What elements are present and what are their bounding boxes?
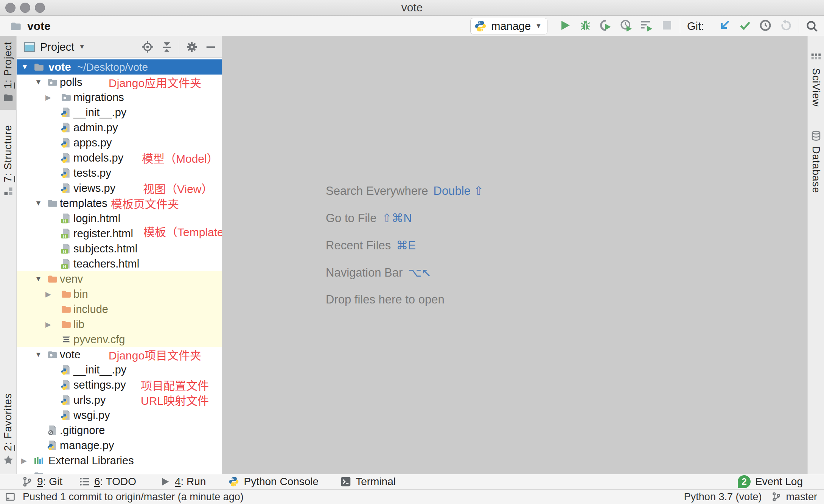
tree-row-tests.py[interactable]: tests.py bbox=[17, 165, 222, 180]
tree-row-urls.py[interactable]: urls.pyURL映射文件 bbox=[17, 392, 222, 408]
tree-row-lib[interactable]: ▶lib bbox=[17, 317, 222, 332]
breadcrumb[interactable]: vote bbox=[10, 20, 51, 33]
toolwindow-button-run[interactable]: 4: Run bbox=[160, 476, 206, 488]
collapse-arrow-icon[interactable]: ▼ bbox=[21, 63, 28, 71]
tree-row-templates[interactable]: ▼templates模板页文件夹 bbox=[17, 196, 222, 211]
locate-icon[interactable] bbox=[141, 40, 154, 53]
tree-row-vote[interactable]: ▼vote~/Desktop/vote bbox=[17, 59, 222, 75]
run-configuration-name: manage bbox=[491, 20, 531, 33]
collapse-arrow-icon[interactable]: ▼ bbox=[35, 78, 42, 86]
project-view-selector[interactable]: Project ▼ bbox=[23, 41, 85, 53]
run-configuration-select[interactable]: manage ▼ bbox=[470, 18, 547, 34]
hide-icon[interactable] bbox=[204, 40, 217, 53]
project-panel-title: Project bbox=[40, 41, 74, 53]
editor-empty-area[interactable]: Search EverywhereDouble ⇧Go to File⇧⌘NRe… bbox=[222, 36, 807, 474]
annotation-text: 模板（Template） bbox=[143, 223, 222, 240]
tree-item-label: login.html bbox=[73, 212, 120, 225]
tree-row-bin[interactable]: ▶bin bbox=[17, 286, 222, 302]
tree-row-subjects.html[interactable]: Hsubjects.html bbox=[17, 241, 222, 256]
tool-stripe-tab-sciview[interactable]: SciView bbox=[808, 47, 824, 112]
project-view-icon bbox=[23, 41, 36, 53]
svg-text:H: H bbox=[63, 234, 66, 238]
chevron-down-icon: ▼ bbox=[535, 22, 542, 30]
tree-row-venv[interactable]: ▼venv bbox=[17, 271, 222, 286]
debug-icon[interactable] bbox=[579, 19, 591, 31]
tool-stripe-tab-project[interactable]: 1: Project bbox=[0, 36, 16, 110]
expand-arrow-icon[interactable]: ▶ bbox=[45, 93, 51, 102]
profiler-icon[interactable] bbox=[620, 19, 632, 31]
event-log-button[interactable]: 2Event Log bbox=[738, 475, 803, 488]
expand-arrow-icon[interactable]: ▶ bbox=[21, 456, 27, 465]
shortcut-keys: ⇧⌘N bbox=[382, 212, 412, 225]
toolwindow-button-terminal[interactable]: Terminal bbox=[340, 476, 396, 488]
tree-row-apps.py[interactable]: apps.py bbox=[17, 135, 222, 150]
toolwindow-toggle-icon[interactable] bbox=[5, 492, 15, 502]
collapse-arrow-icon[interactable]: ▼ bbox=[35, 199, 42, 207]
search-everywhere-icon[interactable] bbox=[806, 20, 818, 32]
chevron-down-icon: ▼ bbox=[79, 43, 85, 51]
annotation-text: Django应用文件夹 bbox=[109, 74, 201, 90]
tree-item-label: bin bbox=[73, 288, 88, 300]
tree-item-label: vote~/Desktop/vote bbox=[48, 61, 148, 73]
tree-row-pyvenv.cfg[interactable]: pyvenv.cfg bbox=[17, 332, 222, 347]
python-icon bbox=[61, 394, 72, 406]
tree-row-__init__.py[interactable]: __init__.py bbox=[17, 362, 222, 377]
tree-row-admin.py[interactable]: admin.py bbox=[17, 120, 222, 135]
tree-item-label: urls.py bbox=[73, 394, 106, 406]
shortcut-action: Navigation Bar bbox=[326, 266, 403, 279]
commit-icon[interactable] bbox=[739, 19, 751, 31]
run-icon[interactable] bbox=[559, 19, 571, 31]
stop-icon[interactable] bbox=[661, 19, 673, 31]
history-icon[interactable] bbox=[759, 19, 771, 31]
tree-row-polls[interactable]: ▼pollsDjango应用文件夹 bbox=[17, 75, 222, 90]
tree-row-wsgi.py[interactable]: wsgi.py bbox=[17, 408, 222, 423]
shortcut-keys: ⌥↖ bbox=[408, 266, 431, 279]
run-configurations-icon[interactable] bbox=[641, 19, 653, 31]
annotation-text: 模板页文件夹 bbox=[111, 195, 179, 212]
collapse-all-icon[interactable] bbox=[160, 40, 173, 53]
tree-row-migrations[interactable]: ▶migrations bbox=[17, 90, 222, 105]
tree-row-register.html[interactable]: Hregister.html模板（Template） bbox=[17, 226, 222, 241]
tree-row-vote[interactable]: ▼voteDjango项目文件夹 bbox=[17, 347, 222, 362]
tree-row-models.py[interactable]: models.py模型（Model） bbox=[17, 150, 222, 165]
toolwindow-button-todo[interactable]: 6: TODO bbox=[79, 476, 136, 488]
database-icon bbox=[811, 131, 821, 143]
git-actions bbox=[710, 19, 792, 33]
update-project-icon[interactable] bbox=[718, 19, 731, 31]
tree-row-.gitignore[interactable]: .gitignore bbox=[17, 423, 222, 438]
tree-row-manage.py[interactable]: manage.py bbox=[17, 438, 222, 453]
tool-stripe-tab-favorites[interactable]: 2: Favorites bbox=[0, 388, 16, 472]
tree-row-__init__.py[interactable]: __init__.py bbox=[17, 105, 222, 120]
tree-row-include[interactable]: include bbox=[17, 302, 222, 317]
shortcut-hint: Recent Files⌘E bbox=[326, 238, 484, 266]
structure-icon bbox=[3, 186, 14, 198]
tool-stripe-tab-database[interactable]: Database bbox=[808, 125, 824, 199]
tree-row-settings.py[interactable]: settings.py项目配置文件 bbox=[17, 377, 222, 392]
stripe-tab-label: Database bbox=[810, 146, 822, 193]
toolwindow-button-pythonconsole[interactable]: Python Console bbox=[229, 476, 319, 488]
revert-icon[interactable] bbox=[780, 19, 792, 31]
settings-gear-icon[interactable] bbox=[185, 40, 198, 53]
tool-stripe-tab-structure[interactable]: 7: Structure bbox=[0, 120, 16, 204]
tree-row-External Libraries[interactable]: ▶External Libraries bbox=[17, 453, 222, 468]
tree-row-views.py[interactable]: views.py视图（View） bbox=[17, 180, 222, 196]
tree-row-partial[interactable]: ▶ bbox=[17, 468, 222, 474]
branch-widget[interactable]: master bbox=[786, 491, 817, 503]
tree-item-label: pyvenv.cfg bbox=[73, 333, 125, 346]
tree-item-label: include bbox=[73, 303, 108, 316]
expand-arrow-icon[interactable]: ▶ bbox=[45, 320, 51, 329]
tree-row-teachers.html[interactable]: Hteachers.html bbox=[17, 256, 222, 271]
collapse-arrow-icon[interactable]: ▼ bbox=[35, 350, 42, 359]
folder-orange-icon bbox=[61, 288, 72, 300]
collapse-arrow-icon[interactable]: ▼ bbox=[35, 275, 42, 283]
run-with-coverage-icon[interactable] bbox=[600, 19, 612, 31]
pycharm-window: vote vote manage ▼ Git: 1: Project7: Str… bbox=[0, 0, 824, 504]
interpreter-widget[interactable]: Python 3.7 (vote) bbox=[684, 491, 762, 503]
tree-item-label: teachers.html bbox=[73, 258, 139, 270]
toolwindow-button-git[interactable]: 9: Git bbox=[22, 476, 62, 488]
shortcut-keys: ⌘E bbox=[396, 239, 416, 252]
expand-arrow-icon[interactable]: ▶ bbox=[45, 290, 51, 299]
html-icon: H bbox=[61, 213, 72, 224]
tool-window-bar: 9: Git6: TODO4: RunPython ConsoleTermina… bbox=[0, 474, 824, 489]
svg-text:H: H bbox=[63, 249, 66, 254]
